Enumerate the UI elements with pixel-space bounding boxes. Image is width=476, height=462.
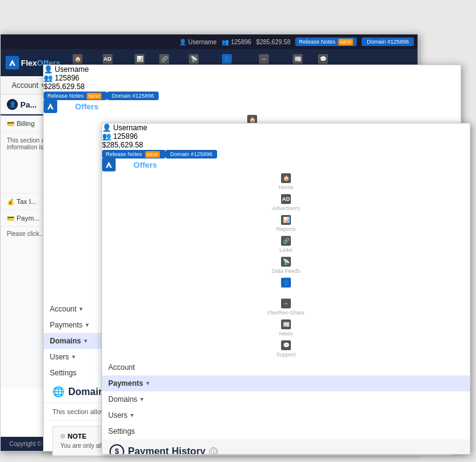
layer3-nav-news[interactable]: 📰News — [102, 318, 470, 339]
layer3-secnav-settings[interactable]: Settings — [102, 423, 470, 439]
flexrev-icon: ↔ — [281, 299, 291, 308]
layer3-nav-links[interactable]: 🔗Links — [102, 234, 470, 255]
layer1-release[interactable]: Release Notes NEW — [295, 37, 357, 46]
svg-marker-1 — [47, 103, 54, 109]
svg-marker-0 — [9, 60, 15, 66]
layer2-domain[interactable]: Domain #125896 — [107, 92, 159, 100]
reports-icon: 📊 — [281, 215, 291, 225]
payment-history-title: Payment History — [128, 446, 205, 455]
datafeeds-icon: 📡 — [281, 257, 291, 267]
layer1-user-info: 👤 Username — [179, 39, 216, 45]
layer1-payment-label: Paym... — [17, 214, 39, 222]
layer1-username: Username — [188, 39, 216, 45]
layer1-balance: $285,629.58 — [256, 39, 291, 45]
layer2-logo: FlexOffers — [44, 100, 456, 113]
advertisers-icon: AD — [103, 54, 113, 64]
layer2-balance: $285,629.58 — [44, 82, 461, 91]
layer3-logo-icon — [102, 158, 116, 171]
layer2-logo-icon — [44, 100, 57, 113]
layer3-nav-home[interactable]: 🏠Home — [102, 171, 470, 192]
layer2-topbar: 👤 Username 👥 125896 $285,629.58 Release … — [44, 65, 461, 100]
layer3-navbar: FlexOffers 🏠Home ADAdvertisers 📊Reports … — [102, 158, 470, 359]
datafeeds-icon: 📡 — [189, 54, 199, 64]
layer1-tax-label: Tax I... — [17, 198, 36, 205]
layer3-domain[interactable]: Domain #125896 — [165, 150, 218, 159]
payment-history-header: $ Payment History ⓘ — [102, 439, 470, 455]
links-icon: 🔗 — [281, 236, 291, 246]
news-icon: 📰 — [293, 54, 303, 64]
account-icon: 👤 — [281, 278, 291, 288]
home-icon: 🏠 — [281, 173, 291, 183]
layer3-nav-advertisers[interactable]: ADAdvertisers — [102, 192, 470, 213]
support-icon: 💬 — [318, 54, 328, 64]
layer1-page-title: Pa... — [20, 100, 37, 109]
layer3-secnav-users[interactable]: Users ▼ — [102, 407, 470, 423]
layer3-logo: FlexOffers — [102, 158, 465, 171]
layer3-topbar: 👤 Username 👥 125896 $285,629.58 Release … — [102, 123, 470, 158]
layer3-secnav-payments[interactable]: Payments ▼ — [102, 375, 470, 391]
layer3-logo-text: FlexOffers — [117, 160, 157, 170]
layer2-count: 👥 125896 — [44, 74, 461, 82]
layer1-domain[interactable]: Domain #125896 — [362, 37, 414, 46]
support-icon: 💬 — [281, 340, 291, 350]
layer1-page-icon: 👤 — [7, 99, 18, 110]
layer3-count: 👥 125896 — [102, 132, 470, 141]
layer3-balance: $285,629.58 — [102, 141, 470, 149]
layer-3-window: 👤 Username 👥 125896 $285,629.58 Release … — [101, 123, 470, 455]
account-icon: 👤 — [222, 54, 232, 64]
layer2-user: 👤 Username — [44, 65, 461, 74]
layer3-nav-flexrev[interactable]: ↔FlexRev-Share — [102, 297, 470, 318]
layer3-secnav-domains[interactable]: Domains ▼ — [102, 391, 470, 407]
payment-history-icon: $ — [109, 444, 124, 455]
layer3-nav-account[interactable]: 👤Account — [102, 276, 470, 297]
layer1-count: 👥 125896 — [221, 39, 251, 45]
advertisers-icon: AD — [281, 194, 291, 204]
payment-history-info-icon[interactable]: ⓘ — [209, 447, 218, 455]
layer2-release[interactable]: Release Notes NEW — [44, 92, 107, 100]
layer3-user: 👤 Username — [102, 123, 470, 132]
layer2-logo-text: FlexOffers — [59, 102, 98, 111]
home-icon: 🏠 — [73, 54, 82, 64]
layer3-nav-support[interactable]: 💬Support — [102, 339, 470, 359]
flexrev-icon: ↔ — [259, 54, 269, 64]
links-icon: 🔗 — [159, 54, 169, 64]
news-icon: 📰 — [281, 319, 291, 329]
layer3-nav-reports[interactable]: 📊Reports — [102, 213, 470, 234]
layer3-secnav: Account Payments ▼ Domains ▼ Users ▼ Set… — [102, 359, 470, 439]
layer3-secnav-account[interactable]: Account — [102, 359, 470, 375]
layer1-topbar: 👤 Username 👥 125896 $285,629.58 Release … — [1, 34, 418, 49]
svg-marker-2 — [106, 162, 112, 168]
note-dot-icon — [60, 434, 65, 439]
layer1-logo-icon — [6, 56, 19, 69]
layer3-nav-datafeeds[interactable]: 📡Data Feeds — [102, 255, 470, 276]
layer3-release[interactable]: Release Notes NEW — [102, 150, 165, 159]
reports-icon: 📊 — [135, 54, 145, 64]
